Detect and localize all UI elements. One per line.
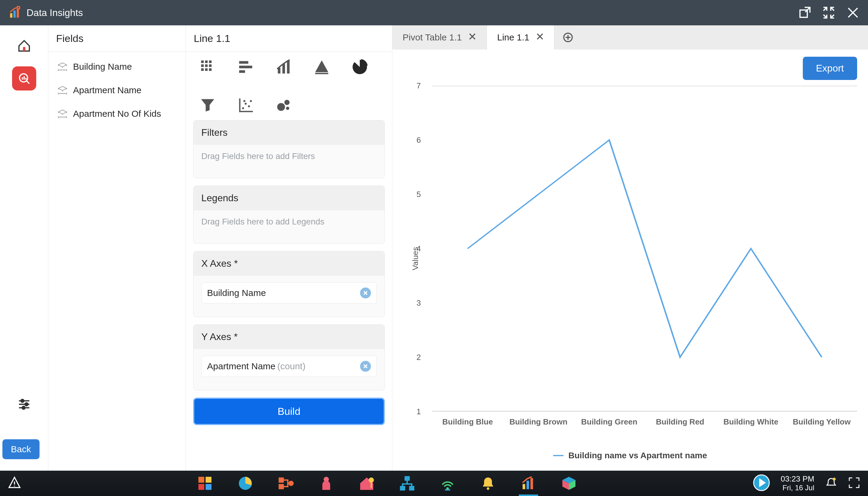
taskbar-play-icon[interactable] — [753, 474, 770, 492]
close-icon[interactable] — [846, 6, 859, 19]
svg-rect-54 — [523, 484, 526, 489]
svg-rect-27 — [315, 73, 328, 74]
back-button[interactable]: Back — [2, 439, 40, 459]
nav-settings[interactable] — [12, 392, 36, 416]
taskbar-app-cube-icon[interactable] — [561, 476, 577, 491]
add-tab-icon[interactable] — [554, 25, 582, 49]
chart-type-scatter-icon[interactable] — [237, 96, 254, 113]
svg-rect-17 — [209, 64, 212, 67]
taskbar-app-person-icon[interactable] — [318, 476, 334, 491]
nav-analytics[interactable] — [12, 66, 36, 91]
chart-type-pivot-icon[interactable] — [199, 59, 216, 75]
chart-type-bubble-icon[interactable] — [275, 96, 292, 113]
svg-point-29 — [245, 103, 247, 105]
svg-rect-20 — [209, 68, 212, 71]
taskbar-fullscreen-icon[interactable] — [848, 477, 860, 490]
svg-point-34 — [284, 100, 289, 105]
export-button[interactable]: Export — [803, 57, 857, 80]
chart-plot: 1234567Building BlueBuilding BrownBuildi… — [432, 86, 857, 412]
chart-panel: Pivot Table 1.1 Line 1.1 Export Values 1… — [392, 25, 868, 471]
svg-rect-43 — [279, 484, 284, 489]
chart-xtick: Building Red — [656, 417, 704, 427]
popout-icon[interactable] — [798, 6, 811, 19]
nav-home[interactable] — [12, 34, 36, 58]
svg-point-44 — [289, 481, 293, 485]
svg-rect-52 — [445, 490, 450, 491]
chart-ytick: 7 — [416, 81, 421, 91]
chart-xtick: Building Green — [581, 417, 637, 427]
chip-label: Building Name — [207, 288, 266, 298]
svg-point-46 — [369, 478, 374, 483]
chart-area: Values 1234567Building BlueBuilding Brow… — [406, 83, 857, 434]
svg-point-28 — [242, 107, 244, 109]
sidenav: Back — [0, 25, 48, 471]
svg-rect-55 — [527, 481, 529, 489]
cube-icon — [57, 109, 67, 118]
svg-rect-13 — [205, 60, 208, 63]
chart-type-line-icon[interactable] — [275, 59, 292, 75]
chart-xtick: Building Blue — [442, 417, 493, 427]
svg-rect-26 — [287, 60, 290, 73]
field-item[interactable]: Apartment No Of Kids — [54, 102, 180, 125]
field-item[interactable]: Apartment Name — [54, 78, 180, 102]
taskbar-app-hierarchy-icon[interactable] — [399, 476, 415, 491]
tab-close-icon[interactable] — [536, 32, 544, 43]
tab-line[interactable]: Line 1.1 — [487, 25, 554, 49]
svg-rect-42 — [279, 478, 284, 482]
svg-rect-12 — [201, 60, 204, 63]
svg-rect-48 — [405, 477, 409, 480]
taskbar-app-flow-icon[interactable] — [278, 476, 294, 491]
taskbar-app-insights-icon[interactable] — [521, 476, 536, 491]
chart-type-bar-icon[interactable] — [237, 59, 254, 75]
fields-panel: Fields Building Name Apartment Name Apar… — [48, 25, 186, 471]
taskbar-app-pie-icon[interactable] — [238, 476, 253, 491]
svg-rect-4 — [23, 47, 25, 51]
chart-type-funnel-icon[interactable] — [199, 96, 216, 113]
filters-zone[interactable]: Filters Drag Fields here to add Filters — [193, 120, 385, 178]
svg-point-32 — [243, 100, 245, 102]
chart-type-pie-icon[interactable] — [351, 59, 368, 75]
svg-point-31 — [250, 100, 252, 102]
chart-ytick: 6 — [416, 136, 421, 145]
svg-rect-47 — [371, 482, 372, 488]
svg-point-30 — [248, 105, 250, 107]
xaxes-zone[interactable]: X Axes * Building Name — [193, 251, 385, 317]
taskbar-app-home-icon[interactable] — [359, 476, 375, 491]
chip-aggregate: (count) — [277, 361, 305, 371]
build-button[interactable]: Build — [193, 398, 385, 425]
tab-close-icon[interactable] — [468, 32, 476, 43]
filters-placeholder: Drag Fields here to add Filters — [201, 152, 377, 161]
taskbar-app-bell-icon[interactable] — [480, 476, 496, 491]
xaxes-title: X Axes * — [194, 251, 384, 276]
filters-title: Filters — [194, 120, 384, 145]
yaxes-chip[interactable]: Apartment Name (count) — [201, 356, 377, 377]
yaxes-zone[interactable]: Y Axes * Apartment Name (count) — [193, 324, 385, 390]
chart-xtick: Building White — [724, 417, 778, 427]
svg-rect-56 — [531, 478, 533, 490]
clock-date: Fri, 16 Jul — [781, 484, 814, 492]
tab-pivot[interactable]: Pivot Table 1.1 — [392, 25, 487, 49]
chart-type-area-icon[interactable] — [313, 59, 330, 75]
svg-rect-0 — [10, 13, 12, 18]
titlebar: Data Insights — [0, 0, 868, 25]
taskbar-app-dashboard-icon[interactable] — [197, 476, 213, 491]
svg-rect-6 — [22, 77, 23, 80]
legends-zone[interactable]: Legends Drag Fields here to add Legends — [193, 186, 385, 244]
remove-chip-icon[interactable] — [360, 288, 371, 298]
remove-chip-icon[interactable] — [360, 361, 371, 372]
legends-title: Legends — [194, 186, 384, 210]
taskbar-app-wifi-icon[interactable] — [440, 476, 455, 491]
svg-rect-37 — [199, 477, 204, 483]
tab-bar: Pivot Table 1.1 Line 1.1 — [392, 25, 868, 49]
minimize-restore-icon[interactable] — [822, 6, 835, 19]
xaxes-chip[interactable]: Building Name — [201, 282, 377, 304]
app-body: Back Fields Building Name Apartment Name… — [0, 25, 868, 471]
chart-ytick: 1 — [416, 407, 421, 416]
taskbar-alert-icon[interactable] — [8, 476, 21, 491]
taskbar-notifications-icon[interactable] — [825, 477, 837, 490]
chart-series — [432, 86, 857, 412]
svg-rect-38 — [206, 477, 212, 483]
field-item[interactable]: Building Name — [54, 55, 180, 78]
config-panel: Line 1.1 Filters Drag Fields here to add… — [186, 25, 392, 471]
taskbar-clock: 03:23 PM Fri, 16 Jul — [781, 475, 814, 492]
